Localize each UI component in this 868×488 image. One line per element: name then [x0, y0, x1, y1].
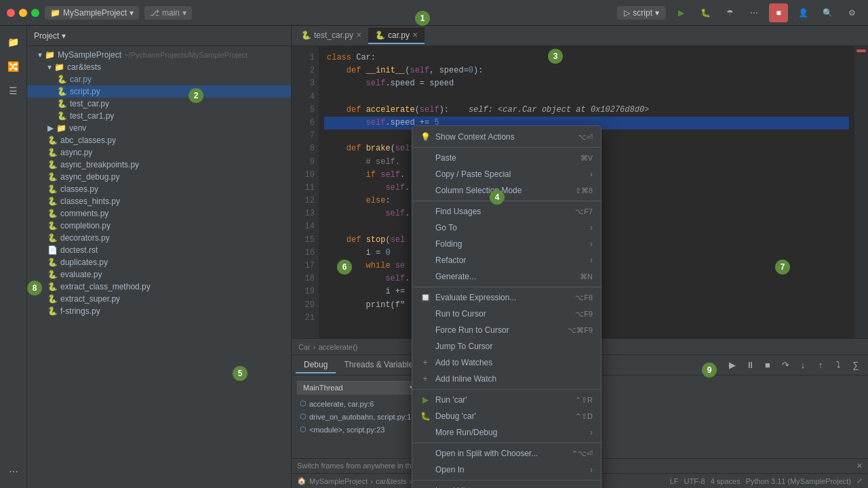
menu-label: More Run/Debug — [435, 428, 497, 437]
menu-item-paste[interactable]: Paste ⌘V — [412, 150, 601, 166]
python-version[interactable]: Python 3.11 (MySampleProject) — [746, 477, 851, 485]
close-button[interactable] — [7, 9, 15, 17]
menu-item-more-run-debug[interactable]: More Run/Debug › — [412, 424, 601, 441]
menu-item-go-to[interactable]: Go To › — [412, 220, 601, 236]
menu-item-jump-to-cursor[interactable]: Jump To Cursor — [412, 338, 601, 354]
profile-button[interactable]: 👤 — [793, 3, 812, 22]
list-item[interactable]: 🐍 classes.py — [27, 183, 291, 195]
rst-file-icon: 📄 — [47, 245, 58, 255]
menu-item-run-to-cursor[interactable]: Run to Cursor ⌥F9 — [412, 306, 601, 322]
thread-selector[interactable]: MainThread — [297, 381, 419, 394]
branch-selector[interactable]: ⎇ main ▾ — [144, 6, 192, 20]
menu-item-local-history[interactable]: Local History › — [412, 483, 601, 488]
list-item[interactable]: 🐍 comments.py — [27, 207, 291, 220]
expand-icon[interactable]: ⤢ — [856, 476, 863, 485]
sidebar-item-more[interactable]: ⋯ — [3, 461, 24, 483]
close-icon[interactable]: ✕ — [412, 31, 418, 39]
menu-item-add-inline-watch[interactable]: + Add Inline Watch — [412, 371, 601, 387]
maximize-button[interactable] — [31, 9, 39, 17]
list-item[interactable]: 🐍 async.py — [27, 146, 291, 159]
tab-debug[interactable]: Debug — [296, 357, 336, 373]
project-label: Project — [34, 31, 59, 41]
evaluate-button[interactable]: ∑ — [848, 357, 864, 373]
stop-debug-button[interactable]: ■ — [760, 357, 776, 373]
debug-button[interactable]: 🐛 — [696, 3, 715, 22]
pause-button[interactable]: ⏸ — [742, 357, 758, 373]
frame-item[interactable]: ⬡ accelerate, car.py:6 — [292, 397, 427, 410]
menu-item-open-split[interactable]: Open in Split with Chooser... ⌃⌥⏎ — [412, 445, 601, 462]
tab-test-car[interactable]: 🐍 test_car.py ✕ — [294, 28, 368, 44]
more-button[interactable]: ⋯ — [745, 3, 764, 22]
menu-item-column-selection[interactable]: Column Selection Mode ⇧⌘8 — [412, 182, 601, 199]
menu-item-folding[interactable]: Folding › — [412, 236, 601, 252]
close-icon[interactable]: ✕ — [356, 31, 361, 39]
step-over-button[interactable]: ↷ — [777, 357, 793, 373]
menu-item-copy-paste-special[interactable]: Copy / Paste Special › — [412, 166, 601, 182]
menu-item-open-in[interactable]: Open In › — [412, 462, 601, 478]
frame-item[interactable]: ⬡ <module>, script.py:23 — [292, 423, 427, 436]
sidebar-item-project[interactable]: 📁 — [3, 31, 24, 53]
list-item[interactable]: ▶ 📁 venv — [27, 122, 291, 134]
project-name-button[interactable]: 📁 MySampleProject ▾ — [45, 6, 139, 20]
step-into-button[interactable]: ↓ — [795, 357, 811, 373]
menu-item-add-watches[interactable]: + Add to Watches — [412, 354, 601, 371]
menu-item-generate[interactable]: Generate... ⌘N — [412, 268, 601, 285]
traffic-lights — [7, 9, 39, 17]
run-cursor-button[interactable]: ⤵ — [830, 357, 846, 373]
menu-item-force-run-cursor[interactable]: Force Run to Cursor ⌥⌘F9 — [412, 322, 601, 338]
menu-item-find-usages[interactable]: Find Usages ⌥F7 — [412, 203, 601, 220]
list-item[interactable]: 📄 doctest.rst — [27, 244, 291, 256]
menu-item-run-car[interactable]: ▶ Run 'car' ⌃⇧R — [412, 392, 601, 408]
search-button[interactable]: 🔍 — [818, 3, 837, 22]
list-item[interactable]: 🐍 extract_super.py — [27, 293, 291, 305]
menu-item-context-actions[interactable]: 💡 Show Context Actions ⌥⏎ — [412, 129, 601, 145]
list-item[interactable]: 🐍 test_car1.py — [27, 110, 291, 122]
encoding-status[interactable]: UTF-8 — [684, 477, 705, 485]
list-item[interactable]: 🐍 async_debug.py — [27, 171, 291, 183]
list-item[interactable]: 🐍 decorators.py — [27, 232, 291, 244]
frame-label: <module>, script.py:23 — [309, 426, 384, 434]
git-icon: ⎇ — [150, 8, 159, 18]
evaluate-icon: 🔲 — [420, 293, 430, 302]
list-item[interactable]: 🐍 async_breakpoints.py — [27, 159, 291, 171]
list-item[interactable]: 🐍 evaluate.py — [27, 268, 291, 281]
minimize-button[interactable] — [19, 9, 27, 17]
indent-status[interactable]: 4 spaces — [711, 477, 741, 485]
sidebar-item-structure[interactable]: ☰ — [3, 80, 24, 102]
list-item[interactable]: 🐍 abc_classes.py — [27, 134, 291, 146]
chevron-down-icon: ▾ — [130, 8, 134, 18]
menu-item-evaluate[interactable]: 🔲 Evaluate Expression... ⌥F8 — [412, 289, 601, 306]
list-item[interactable]: 🐍 test_car.py — [27, 98, 291, 110]
list-item[interactable]: 🐍 car.py — [27, 73, 291, 85]
list-item[interactable]: 🐍 classes_hints.py — [27, 195, 291, 207]
run-button[interactable]: ▶ — [671, 3, 690, 22]
list-item[interactable]: 🐍 extract_class_method.py — [27, 281, 291, 293]
menu-label: Copy / Paste Special — [435, 169, 511, 179]
tree-item-label: MySampleProject — [58, 50, 121, 60]
step-out-button[interactable]: ↑ — [812, 357, 829, 373]
list-item[interactable]: 🐍 script.py — [27, 85, 291, 98]
list-item[interactable]: 🐍 completion.py — [27, 220, 291, 232]
stop-button[interactable]: ■ — [769, 3, 788, 22]
list-item[interactable]: 🐍 f-strings.py — [27, 305, 291, 317]
frame-icon: ⬡ — [300, 425, 307, 434]
close-debug-bar[interactable]: ✕ — [856, 462, 863, 470]
sidebar-item-vcs[interactable]: 🔀 — [3, 56, 24, 77]
menu-label: Show Context Actions — [435, 132, 515, 142]
run-config-selector[interactable]: ▷ script ▾ — [617, 6, 666, 20]
menu-item-refactor[interactable]: Refactor › — [412, 252, 601, 268]
menu-item-debug-car[interactable]: 🐛 Debug 'car' ⌃⇧D — [412, 408, 601, 424]
lf-status[interactable]: LF — [670, 477, 679, 485]
frame-item[interactable]: ⬡ drive_on_autobahn, script.py:16 — [292, 410, 427, 423]
coverage-button[interactable]: ☂ — [720, 3, 739, 22]
tree-item-label: duplicates.py — [60, 258, 108, 267]
settings-button[interactable]: ⚙ — [842, 3, 861, 22]
menu-arrow: › — [590, 169, 593, 179]
list-item[interactable]: ▾ 📁 car&tests — [27, 61, 291, 73]
list-item[interactable]: 🐍 duplicates.py — [27, 256, 291, 268]
project-name-label: MySampleProject — [63, 8, 127, 18]
run-icon: ▶ — [420, 395, 430, 405]
tab-car[interactable]: 🐍 car.py ✕ — [368, 28, 425, 44]
resume-button[interactable]: ▶ — [724, 357, 741, 373]
list-item[interactable]: ▾ 📁 MySampleProject ~/PycharmProjects/My… — [27, 49, 291, 61]
